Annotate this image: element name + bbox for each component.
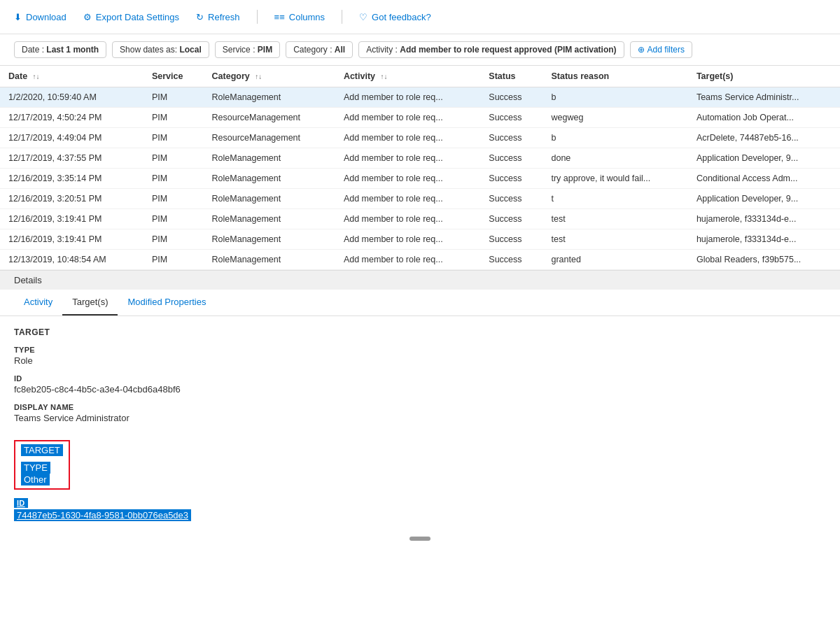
target2-type-value-row: Other xyxy=(21,474,63,485)
category-filter-value: All xyxy=(335,45,345,55)
cell-status_reason: test xyxy=(542,229,687,250)
tab-activity-label: Activity xyxy=(24,297,52,307)
cell-targets: Automation Job Operat... xyxy=(688,108,840,128)
col-header-service[interactable]: Service xyxy=(144,66,204,87)
table-row[interactable]: 12/16/2019, 3:19:41 PMPIMRoleManagementA… xyxy=(0,209,840,229)
download-label: Download xyxy=(26,12,66,22)
cell-service: PIM xyxy=(144,108,204,128)
cell-status: Success xyxy=(480,229,542,250)
cell-status_reason: test xyxy=(542,209,687,229)
cell-category: ResourceManagement xyxy=(204,128,335,148)
cell-category: RoleManagement xyxy=(204,189,335,209)
show-dates-value: Local xyxy=(179,45,201,55)
show-dates-filter[interactable]: Show dates as: Local xyxy=(112,41,209,58)
activity-filter[interactable]: Activity : Add member to role request ap… xyxy=(358,41,624,58)
target1-type-value: Role xyxy=(14,355,826,366)
target2-id-value-link: 74487eb5-1630-4fa8-9581-0bb076ea5de3 xyxy=(14,509,191,521)
cell-date: 12/17/2019, 4:37:55 PM xyxy=(0,148,144,169)
cell-date: 12/16/2019, 3:20:51 PM xyxy=(0,189,144,209)
table-row[interactable]: 12/13/2019, 10:48:54 AMPIMRoleManagement… xyxy=(0,250,840,270)
cell-targets: AcrDelete, 74487eb5-16... xyxy=(688,128,840,148)
cell-targets: hujamerole, f333134d-e... xyxy=(688,209,840,229)
table-header-row: Date ↑↓ Service Category ↑↓ Activity ↑↓ … xyxy=(0,66,840,87)
cell-status_reason: wegweg xyxy=(542,108,687,128)
category-sort-icon: ↑↓ xyxy=(255,73,262,80)
feedback-label: Got feedback? xyxy=(372,12,431,22)
target1-block: TARGET TYPE Role ID fc8eb205-c8c4-4b5c-a… xyxy=(14,327,826,423)
cell-activity: Add member to role req... xyxy=(335,209,480,229)
target1-id-value: fc8eb205-c8c4-4b5c-a3e4-04cbd6a48bf6 xyxy=(14,384,826,395)
date-sort-icon: ↑↓ xyxy=(33,73,40,80)
add-filters-button[interactable]: ⊕ Add filters xyxy=(630,41,692,58)
cell-targets: Global Readers, f39b575... xyxy=(688,250,840,270)
cell-status_reason: t xyxy=(542,189,687,209)
cell-status: Success xyxy=(480,108,542,128)
export-icon: ⚙ xyxy=(83,12,92,22)
cell-activity: Add member to role req... xyxy=(335,169,480,189)
toolbar: ⬇ Download ⚙ Export Data Settings ↻ Refr… xyxy=(0,0,840,34)
export-button[interactable]: ⚙ Export Data Settings xyxy=(83,12,179,22)
cell-activity: Add member to role req... xyxy=(335,87,480,108)
cell-status: Success xyxy=(480,189,542,209)
table-row[interactable]: 12/17/2019, 4:37:55 PMPIMRoleManagementA… xyxy=(0,148,840,169)
target2-outer: TARGET TYPE Other ID 74487eb5-1630-4fa8-… xyxy=(14,434,826,521)
service-filter[interactable]: Service : PIM xyxy=(215,41,280,58)
cell-status_reason: b xyxy=(542,87,687,108)
col-header-category[interactable]: Category ↑↓ xyxy=(204,66,335,87)
columns-button[interactable]: ≡≡ Columns xyxy=(274,12,325,22)
table-row[interactable]: 12/16/2019, 3:35:14 PMPIMRoleManagementA… xyxy=(0,169,840,189)
cell-date: 12/16/2019, 3:35:14 PM xyxy=(0,169,144,189)
cell-targets: Conditional Access Adm... xyxy=(688,169,840,189)
cell-targets: Application Developer, 9... xyxy=(688,148,840,169)
toolbar-divider-2 xyxy=(342,10,342,24)
col-header-targets[interactable]: Target(s) xyxy=(688,66,840,87)
tab-modified[interactable]: Modified Properties xyxy=(118,290,216,316)
target2-id-label-link: ID xyxy=(14,498,28,508)
cell-activity: Add member to role req... xyxy=(335,229,480,250)
col-header-activity[interactable]: Activity ↑↓ xyxy=(335,66,480,87)
cell-category: RoleManagement xyxy=(204,229,335,250)
cell-category: RoleManagement xyxy=(204,87,335,108)
target1-id-label: ID xyxy=(14,374,826,383)
cell-service: PIM xyxy=(144,250,204,270)
col-header-status-reason[interactable]: Status reason xyxy=(542,66,687,87)
tab-activity[interactable]: Activity xyxy=(14,290,62,316)
table-row[interactable]: 12/17/2019, 4:50:24 PMPIMResourceManagem… xyxy=(0,108,840,128)
target2-type-row: TYPE xyxy=(21,462,63,474)
audit-log-table: Date ↑↓ Service Category ↑↓ Activity ↑↓ … xyxy=(0,65,840,270)
table-row[interactable]: 12/16/2019, 3:20:51 PMPIMRoleManagementA… xyxy=(0,189,840,209)
cell-date: 12/13/2019, 10:48:54 AM xyxy=(0,250,144,270)
table-row[interactable]: 12/16/2019, 3:19:41 PMPIMRoleManagementA… xyxy=(0,229,840,250)
cell-targets: hujamerole, f333134d-e... xyxy=(688,229,840,250)
cell-activity: Add member to role req... xyxy=(335,108,480,128)
toolbar-divider-1 xyxy=(257,10,258,24)
target2-type-value-selected: Other xyxy=(21,474,50,485)
target1-title: TARGET xyxy=(14,327,826,337)
cell-activity: Add member to role req... xyxy=(335,250,480,270)
date-filter-value: Last 1 month xyxy=(46,45,99,55)
date-filter[interactable]: Date : Last 1 month xyxy=(14,41,106,58)
service-filter-label: Service : xyxy=(223,45,255,55)
cell-status_reason: try approve, it would fail... xyxy=(542,169,687,189)
cell-service: PIM xyxy=(144,87,204,108)
tab-targets[interactable]: Target(s) xyxy=(62,290,118,316)
target2-type-label-selected: TYPE xyxy=(21,462,50,474)
refresh-button[interactable]: ↻ Refresh xyxy=(196,12,240,22)
category-filter[interactable]: Category : All xyxy=(286,41,353,58)
activity-sort-icon: ↑↓ xyxy=(381,73,388,80)
cell-date: 12/17/2019, 4:50:24 PM xyxy=(0,108,144,128)
feedback-button[interactable]: ♡ Got feedback? xyxy=(359,12,431,22)
cell-service: PIM xyxy=(144,148,204,169)
download-button[interactable]: ⬇ Download xyxy=(14,12,66,22)
cell-status_reason: done xyxy=(542,148,687,169)
cell-status: Success xyxy=(480,209,542,229)
table-row[interactable]: 12/17/2019, 4:49:04 PMPIMResourceManagem… xyxy=(0,128,840,148)
cell-status_reason: b xyxy=(542,128,687,148)
col-header-status[interactable]: Status xyxy=(480,66,542,87)
refresh-icon: ↻ xyxy=(196,12,204,22)
col-header-date[interactable]: Date ↑↓ xyxy=(0,66,144,87)
feedback-icon: ♡ xyxy=(359,12,368,22)
cell-status: Success xyxy=(480,250,542,270)
target2-id-value: 74487eb5-1630-4fa8-9581-0bb076ea5de3 xyxy=(14,509,826,521)
table-row[interactable]: 1/2/2020, 10:59:40 AMPIMRoleManagementAd… xyxy=(0,87,840,108)
